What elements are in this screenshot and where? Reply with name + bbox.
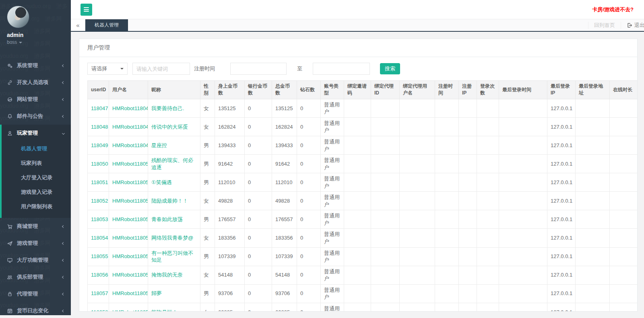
sidebar-item-robot-management[interactable]: 机器人管理 bbox=[2, 142, 71, 156]
cell-link-nickname[interactable]: 残酷的现实、何必追逐 bbox=[151, 157, 193, 170]
cell-link-userID[interactable]: 118053 bbox=[91, 216, 108, 222]
cell-bank_coins: 0 bbox=[245, 229, 272, 247]
cell-link-nickname[interactable]: 掩饰我的无奈 bbox=[151, 272, 183, 278]
cell-link-nickname[interactable]: 能吃是福！ bbox=[151, 309, 178, 312]
cell-link-username[interactable]: HMRobot118048 bbox=[112, 124, 148, 130]
cell-link-nickname[interactable]: 有一种恶习叫做不知足 bbox=[151, 250, 193, 263]
search-button[interactable]: 搜索 bbox=[380, 63, 400, 74]
sidebar-item-club-management[interactable]: 俱乐部管理 bbox=[0, 269, 71, 285]
sidebar-item-game-management[interactable]: 游戏管理 bbox=[0, 235, 71, 252]
chevron-left-icon bbox=[62, 259, 64, 261]
sidebar-item-developer-options[interactable]: 开发人员选项 bbox=[0, 74, 71, 91]
user-role-dropdown[interactable]: boss bbox=[7, 39, 71, 45]
sidebar-submenu: 机器人管理玩家列表大厅登入记录游戏登入记录用户限制列表 bbox=[2, 142, 71, 218]
link-icon bbox=[7, 80, 13, 86]
cell-account_type: 普通用户 bbox=[321, 173, 344, 192]
sidebar-item-game-login-records[interactable]: 游戏登入记录 bbox=[2, 185, 71, 199]
tabbar-right-links: 回到首页 退出 bbox=[588, 19, 644, 31]
sidebar-item-currency-log-changes[interactable]: 货币日志变化 bbox=[0, 302, 71, 315]
cell-link-userID[interactable]: 118049 bbox=[91, 142, 108, 148]
cell-link-nickname[interactable]: ①笑倆遇 bbox=[151, 179, 172, 185]
cell-link-userID[interactable]: 118047 bbox=[91, 105, 108, 111]
cell-link-nickname[interactable]: 青春如此放荡 bbox=[151, 216, 183, 222]
sidebar-item-player-list[interactable]: 玩家列表 bbox=[2, 156, 71, 170]
cell-link-username[interactable]: HMRobot118051 bbox=[112, 179, 148, 185]
table-row: 118057HMRobot118057歸夢男937060937060普通用户12… bbox=[88, 284, 638, 303]
cell-link-username[interactable]: HMRobot118056 bbox=[112, 272, 148, 278]
cell-agent_id bbox=[371, 99, 400, 117]
column-header-diamonds: 钻石数 bbox=[297, 81, 321, 99]
sidebar-item-website-management[interactable]: 网站管理 bbox=[0, 91, 71, 108]
user-avatar[interactable] bbox=[7, 6, 29, 28]
sidebar-item-player-management[interactable]: 玩家管理 bbox=[2, 125, 71, 142]
sidebar-item-mail-announcements[interactable]: 邮件与公告 bbox=[0, 108, 71, 125]
cell-link-userID[interactable]: 118057 bbox=[91, 290, 108, 296]
cell-link-userID[interactable]: 118051 bbox=[91, 179, 108, 185]
cell-link-username[interactable]: HMRobot118053 bbox=[112, 216, 148, 222]
register-time-end-input[interactable] bbox=[313, 63, 370, 75]
caret-down-icon bbox=[19, 42, 22, 43]
collapse-tabs-button[interactable]: « bbox=[71, 19, 85, 31]
cell-online_duration bbox=[610, 303, 638, 312]
cell-link-nickname[interactable]: 传说中的大坏蛋 bbox=[151, 124, 188, 130]
cell-link-userID[interactable]: 118058 bbox=[91, 309, 108, 312]
cell-link-userID[interactable]: 118050 bbox=[91, 161, 108, 167]
cell-userID: 118049 bbox=[88, 136, 109, 154]
cell-link-userID[interactable]: 118054 bbox=[91, 235, 108, 241]
cell-register_ip bbox=[459, 173, 477, 192]
tab-robot-management[interactable]: 机器人管理 bbox=[85, 19, 128, 31]
cell-link-username[interactable]: HMRobot118047 bbox=[112, 105, 148, 111]
cell-userID: 118051 bbox=[88, 173, 109, 192]
column-header-login_count: 登录次数 bbox=[477, 81, 499, 99]
cell-agent_id bbox=[371, 284, 400, 303]
column-header-register_ip: 注册IP bbox=[459, 81, 477, 99]
cell-login_count bbox=[477, 210, 499, 229]
cell-gender: 男 bbox=[200, 136, 215, 154]
cell-last_login_ip: 127.0.0.1 bbox=[547, 192, 576, 210]
back-home-link[interactable]: 回到首页 bbox=[588, 22, 621, 29]
sidebar-item-lobby-function-management[interactable]: 大厅功能管理 bbox=[0, 252, 71, 269]
cell-link-username[interactable]: HMRobot118057 bbox=[112, 290, 148, 296]
cell-gender: 男 bbox=[200, 210, 215, 229]
cell-register_ip bbox=[459, 229, 477, 247]
cell-link-nickname[interactable]: 歸夢 bbox=[151, 290, 162, 296]
cell-link-userID[interactable]: 118056 bbox=[91, 272, 108, 278]
filter-select[interactable]: 请选择 bbox=[87, 63, 128, 75]
cell-link-nickname[interactable]: 星座控 bbox=[151, 142, 167, 148]
cell-userID: 118052 bbox=[88, 192, 109, 210]
sidebar-item-mall-management[interactable]: 商城管理 bbox=[0, 218, 71, 235]
cell-link-userID[interactable]: 118048 bbox=[91, 124, 108, 130]
cell-link-username[interactable]: HMRobot118058 bbox=[112, 309, 148, 312]
table-row: 118050HMRobot118050残酷的现实、何必追逐男9164209164… bbox=[88, 155, 638, 173]
cell-link-username[interactable]: HMRobot118052 bbox=[112, 198, 148, 204]
cell-invite_code bbox=[344, 99, 371, 117]
register-time-start-input[interactable] bbox=[230, 63, 287, 75]
sidebar-item-lobby-login-records[interactable]: 大厅登入记录 bbox=[2, 170, 71, 185]
cell-agent_username bbox=[400, 173, 435, 192]
keyword-input[interactable] bbox=[132, 63, 190, 75]
cell-link-username[interactable]: HMRobot118055 bbox=[112, 253, 148, 259]
user-icon bbox=[7, 130, 13, 136]
logout-link[interactable]: 退出 bbox=[621, 22, 644, 29]
hamburger-menu-button[interactable] bbox=[80, 4, 92, 16]
sidebar-menu: 系统管理开发人员选项网站管理邮件与公告玩家管理机器人管理玩家列表大厅登入记录游戏… bbox=[0, 57, 71, 315]
cell-agent_username bbox=[400, 192, 435, 210]
cell-agent_username bbox=[400, 266, 435, 284]
cell-link-nickname[interactable]: 网络毁我青春梦@ bbox=[151, 235, 193, 241]
cell-link-userID[interactable]: 118055 bbox=[91, 253, 108, 259]
sidebar-item-system-management[interactable]: 系统管理 bbox=[0, 57, 71, 74]
cell-username: HMRobot118052 bbox=[109, 192, 148, 210]
cell-link-userID[interactable]: 118052 bbox=[91, 198, 108, 204]
cell-link-username[interactable]: HMRobot118054 bbox=[112, 235, 148, 241]
cell-link-username[interactable]: HMRobot118049 bbox=[112, 142, 148, 148]
cell-link-username[interactable]: HMRobot118050 bbox=[112, 161, 148, 167]
sidebar-item-agent-management[interactable]: 代理管理 bbox=[0, 285, 71, 302]
cell-link-nickname[interactable]: 陆励成最帅！！ bbox=[151, 198, 188, 204]
cell-last_login_addr bbox=[576, 229, 610, 247]
cell-link-nickname[interactable]: 我要善待自己. bbox=[151, 105, 184, 111]
sidebar-item-user-restriction-list[interactable]: 用户限制列表 bbox=[2, 199, 71, 214]
cell-gender: 女 bbox=[200, 99, 215, 117]
help-alert-link[interactable]: 卡房/游戏进不去? bbox=[592, 6, 634, 13]
cell-nickname: 能吃是福！ bbox=[148, 303, 200, 312]
cell-last_login_time bbox=[499, 117, 547, 136]
